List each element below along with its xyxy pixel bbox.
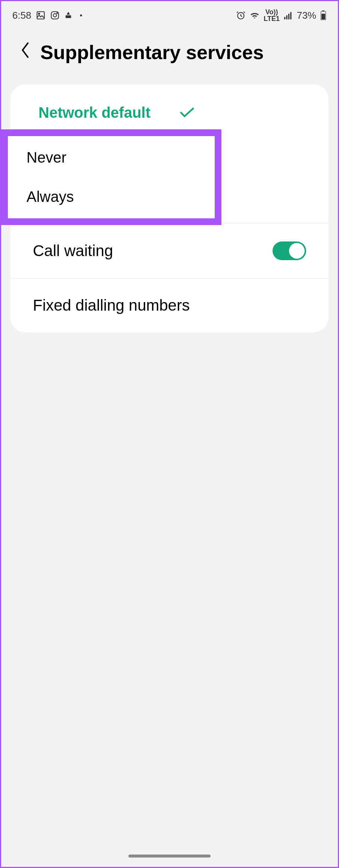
status-time: 6:58 (12, 10, 31, 21)
settings-card: Network default Never Always Call barrin… (10, 84, 329, 332)
svg-rect-8 (288, 14, 289, 19)
lte-indicator: Vo)) LTE1 (264, 9, 280, 22)
signal-icon (283, 10, 293, 20)
toggle-knob (289, 243, 305, 259)
svg-rect-12 (321, 14, 325, 20)
gallery-icon (36, 10, 46, 20)
dropdown-option-always[interactable]: Always (8, 177, 215, 218)
battery-percent: 73% (297, 10, 316, 21)
checkmark-icon (179, 103, 195, 122)
dropdown-option-never[interactable]: Never (8, 136, 215, 177)
page-title: Supplementary services (40, 41, 264, 64)
wifi-icon (249, 10, 260, 20)
svg-rect-7 (286, 15, 287, 19)
call-waiting-toggle[interactable] (273, 241, 306, 260)
svg-point-1 (38, 13, 40, 14)
svg-rect-0 (37, 12, 44, 19)
navigation-handle[interactable] (128, 855, 211, 858)
alarm-icon (236, 10, 246, 20)
svg-rect-6 (284, 17, 285, 19)
fixed-dialling-label: Fixed dialling numbers (33, 296, 190, 314)
back-button[interactable] (20, 41, 31, 64)
battery-icon (320, 10, 327, 20)
caller-id-dropdown[interactable]: Network default Never Always (10, 84, 329, 139)
setting-fixed-dialling[interactable]: Fixed dialling numbers (10, 278, 329, 332)
svg-point-4 (56, 13, 57, 13)
instagram-icon (50, 10, 60, 20)
page-header: Supplementary services (1, 26, 338, 79)
status-bar-right: Vo)) LTE1 73% (236, 9, 327, 22)
mosque-icon (64, 11, 72, 19)
status-bar-left: 6:58 • (12, 10, 83, 21)
dot-icon: • (80, 11, 83, 20)
call-waiting-label: Call waiting (33, 242, 113, 260)
status-bar: 6:58 • Vo)) LTE1 73% (1, 1, 338, 26)
svg-rect-9 (290, 12, 291, 19)
setting-call-waiting[interactable]: Call waiting (10, 224, 329, 278)
dropdown-selected-label: Network default (38, 104, 150, 121)
svg-point-3 (53, 14, 56, 17)
dropdown-menu: Never Always (1, 129, 221, 225)
